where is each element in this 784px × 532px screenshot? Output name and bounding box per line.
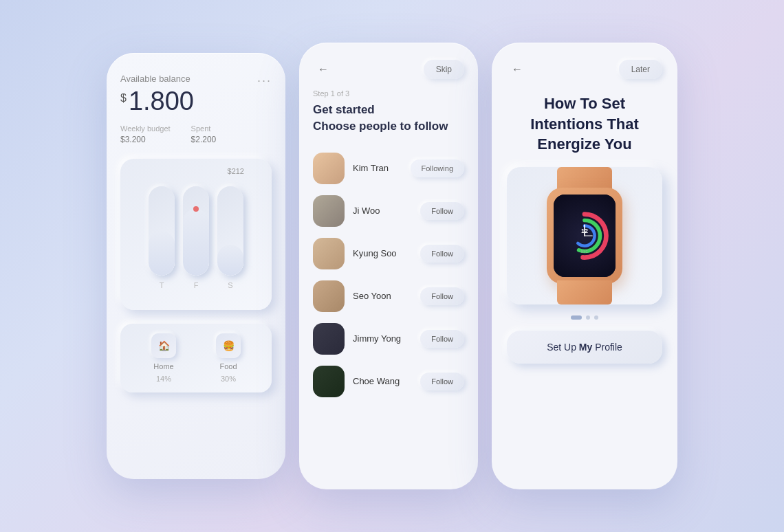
budget-phone: Available balance $ 1.800 ··· Weekly bud… [107,53,285,479]
currency-symbol: $ [120,92,127,104]
balance-label: Available balance [120,74,194,84]
avatar-seo-yoon [313,280,345,312]
spending-chart: $212 T F S [120,159,272,310]
person-row-5: Choe Wang Follow [313,360,464,403]
chart-bar-t: T [149,186,175,289]
budget-header: Available balance $ 1.800 ··· [120,74,272,116]
weekly-budget-item: Weekly budget $3.200 [120,124,171,145]
bar-t [149,186,175,276]
person-row-2: Kyung Soo Follow [313,232,464,275]
watch-display-area: 12 NYC [507,167,662,304]
axis-label-f: F [194,281,199,289]
cta-text-post: Profile [592,342,622,353]
axis-label-s: S [228,281,232,289]
avatar-kim-tran [313,153,345,184]
avatar-kyung-soo [313,238,345,269]
watch-body: 12 NYC [547,188,622,284]
skip-button[interactable]: Skip [424,60,464,79]
watch-screen-content: 12 NYC [554,195,616,277]
category-food[interactable]: 🍔 Food 30% [216,333,241,383]
more-options-icon[interactable]: ··· [257,74,272,88]
follow-phone: ← Skip Step 1 of 3 Get started Choose pe… [299,43,478,489]
home-pct: 14% [156,375,171,383]
watch-phone: ← Later How To Set Intentions That Energ… [492,43,677,489]
person-name-2: Kyung Soo [353,248,412,258]
person-name-0: Kim Tran [353,163,402,173]
setup-profile-button[interactable]: Set Up My Profile [507,331,662,364]
follow-button-1[interactable]: Follow [420,202,464,220]
person-row-3: Seo Yoon Follow [313,275,464,318]
watch-face-svg: 12 NYC [554,195,616,277]
person-name-3: Seo Yoon [353,291,412,301]
step-label: Step 1 of 3 [313,89,464,98]
follow-top-nav: ← Skip [313,59,464,80]
later-button[interactable]: Later [619,60,662,79]
avatar-jimmy-yong [313,323,345,355]
axis-label-t: T [160,281,164,289]
person-name-5: Choe Wang [353,376,412,386]
carousel-dots [507,315,662,320]
bar-s [217,186,243,276]
person-name-4: Jimmy Yong [353,333,412,344]
chart-top-value: $212 [228,167,244,175]
category-row: 🏠 Home 14% 🍔 Food 30% [120,324,272,392]
cta-text-pre: Set Up [547,342,579,353]
watch-screen: 12 NYC [554,195,616,277]
spent-label: Spent [191,124,217,133]
weekly-budget-label: Weekly budget [120,124,171,133]
watch-back-button[interactable]: ← [507,59,527,80]
person-row-0: Kim Tran Following [313,147,464,190]
cta-my: My [579,342,592,353]
dot-1 [571,315,582,320]
person-row-4: Jimmy Yong Follow [313,318,464,360]
follow-button-2[interactable]: Follow [420,245,464,263]
avatar-ji-woo [313,195,345,227]
balance-value: 1.800 [129,87,194,116]
spent-item: Spent $2.200 [191,124,217,145]
chart-bar-s: S [217,186,243,289]
budget-row: Weekly budget $3.200 Spent $2.200 [120,124,272,145]
watch-illustration-wrap: 12 NYC [547,188,622,284]
food-label: Food [219,362,237,370]
follow-button-5[interactable]: Follow [420,373,464,390]
food-icon: 🍔 [216,333,241,358]
balance-amount: $ 1.800 [120,87,194,116]
follow-button-4[interactable]: Follow [420,330,464,348]
food-pct: 30% [221,375,236,383]
avatar-choe-wang [313,366,345,397]
weekly-budget-value: $3.200 [120,135,146,144]
home-icon: 🏠 [151,333,176,358]
follow-button-3[interactable]: Follow [420,287,464,305]
home-label: Home [153,362,173,370]
chart-bar-f: F [183,186,209,289]
following-button-0[interactable]: Following [411,159,464,177]
svg-text:NYC: NYC [581,250,588,254]
article-title: How To Set Intentions That Energize You [507,93,662,155]
get-started-text: Get started Choose people to follow [313,102,464,135]
back-button[interactable]: ← [313,59,334,80]
watch-top-nav: ← Later [507,59,662,80]
person-name-1: Ji Woo [353,206,412,216]
bar-f [183,186,209,276]
spent-value: $2.200 [191,135,217,144]
dot-3 [594,315,598,320]
watch-band-bottom [557,280,612,304]
dot-2 [586,315,590,320]
person-row-1: Ji Woo Follow [313,190,464,232]
category-home[interactable]: 🏠 Home 14% [151,333,176,383]
